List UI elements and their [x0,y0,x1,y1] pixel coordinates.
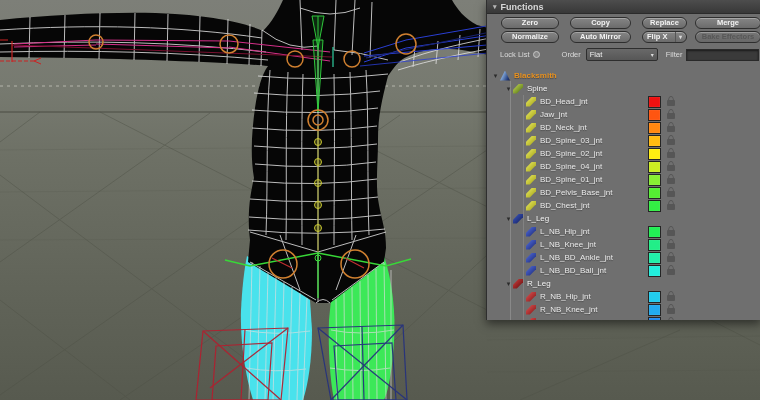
tree-row[interactable]: ▾ BD_Chest_jnt [487,199,760,212]
weight-color-swatch[interactable] [648,265,661,277]
tree-row[interactable]: ▾ BD_Neck_jnt [487,121,760,134]
tree-row[interactable]: ▾ R_NB_Hip_jnt [487,290,760,303]
lock-icon[interactable] [667,230,675,236]
tree-row[interactable]: ▾ BD_Spine_04_jnt [487,160,760,173]
weight-color-swatch[interactable] [648,135,661,147]
lock-icon[interactable] [667,126,675,132]
tree-row-label: BD_Chest_jnt [540,201,589,210]
expand-arrow-icon[interactable]: ▾ [504,85,513,92]
tree-row-label: Blacksmith [514,71,557,80]
lock-icon[interactable] [667,100,675,106]
joint-icon [526,292,536,302]
tree-row[interactable]: ▾ R_NB_BD_Ankle_jnt [487,316,760,320]
tree-row[interactable]: ▾ R_NB_Knee_jnt [487,303,760,316]
weight-color-swatch[interactable] [648,148,661,160]
tree-row[interactable]: ▾ R_Leg [487,277,760,290]
joint-icon [526,123,536,133]
weight-color-swatch[interactable] [648,304,661,316]
tree-row-label: BD_Spine_02_jnt [540,149,602,158]
weight-color-swatch[interactable] [648,317,661,320]
weight-color-swatch[interactable] [648,122,661,134]
tree-row[interactable]: ▾ BD_Pelvis_Base_jnt [487,186,760,199]
joint-icon [526,305,536,315]
joint-icon [526,149,536,159]
weight-color-swatch[interactable] [648,252,661,264]
flip-x-dropdown-button[interactable]: Flip X ▾ [642,31,687,43]
joint-icon [526,318,536,321]
character-object-icon [500,71,510,81]
lock-list-checkbox[interactable] [533,51,540,58]
order-label: Order [562,50,581,59]
weight-color-swatch[interactable] [648,200,661,212]
lock-icon[interactable] [667,113,675,119]
lock-icon[interactable] [667,152,675,158]
tree-row-label: R_NB_Hip_jnt [540,292,591,301]
weight-color-swatch[interactable] [648,109,661,121]
weight-color-swatch[interactable] [648,174,661,186]
lock-icon[interactable] [667,243,675,249]
weight-color-swatch[interactable] [648,226,661,238]
lock-icon[interactable] [667,308,675,314]
joint-icon [526,175,536,185]
auto-mirror-button[interactable]: Auto Mirror [570,31,631,43]
tree-row[interactable]: ▾ BD_Spine_01_jnt [487,173,760,186]
weight-color-swatch[interactable] [648,161,661,173]
normalize-button[interactable]: Normalize [501,31,559,43]
joint-icon [526,227,536,237]
joint-group-icon [513,279,523,289]
tree-row-label: R_NB_Knee_jnt [540,305,597,314]
joint-icon [526,97,536,107]
tree-row[interactable]: ▾ Jaw_jnt [487,108,760,121]
weight-color-swatch[interactable] [648,239,661,251]
order-select[interactable]: Flat ▾ [586,48,658,61]
tree-row-label: Jaw_jnt [540,110,567,119]
expand-arrow-icon[interactable]: ▾ [504,215,513,222]
order-value: Flat [590,50,603,59]
copy-button[interactable]: Copy [570,17,631,29]
tree-row[interactable]: ▾ L_NB_BD_Ball_jnt [487,264,760,277]
functions-title: Functions [501,2,544,12]
joint-icon [526,266,536,276]
lock-icon[interactable] [667,204,675,210]
merge-button[interactable]: Merge [695,17,760,29]
zero-button[interactable]: Zero [501,17,559,29]
tree-row[interactable]: ▾ BD_Head_jnt [487,95,760,108]
tree-row-label: L_NB_BD_Ball_jnt [540,266,606,275]
lock-icon[interactable] [667,295,675,301]
tree-row[interactable]: ▾ BD_Spine_02_jnt [487,147,760,160]
tree-row[interactable]: ▾ L_NB_Knee_jnt [487,238,760,251]
functions-section-header[interactable]: ▾ Functions [487,0,760,14]
tree-row-label: Spine [527,84,547,93]
lock-icon[interactable] [667,165,675,171]
tree-row[interactable]: ▾ L_Leg [487,212,760,225]
weight-color-swatch[interactable] [648,96,661,108]
tree-row-label: BD_Spine_04_jnt [540,162,602,171]
filter-input[interactable] [686,49,759,61]
tree-row[interactable]: ▾ L_NB_BD_Ankle_jnt [487,251,760,264]
tree-row[interactable]: ▾ L_NB_Hip_jnt [487,225,760,238]
lock-icon[interactable] [667,269,675,275]
lock-icon[interactable] [667,256,675,262]
weight-color-swatch[interactable] [648,291,661,303]
tree-row[interactable]: ▾ BD_Spine_03_jnt [487,134,760,147]
lock-icon[interactable] [667,178,675,184]
weight-color-swatch[interactable] [648,187,661,199]
tree-row-label: L_NB_Knee_jnt [540,240,596,249]
lock-icon[interactable] [667,191,675,197]
replace-button[interactable]: Replace [642,17,687,29]
tree-row[interactable]: ▾ Spine [487,82,760,95]
application-window: ▾ Functions Zero Copy Replace Merge Norm… [0,0,760,400]
tree-row-label: BD_Head_jnt [540,97,588,106]
joint-icon [526,162,536,172]
tree-row[interactable]: ▾ Blacksmith [487,69,760,82]
joint-icon [526,110,536,120]
lock-icon[interactable] [667,139,675,145]
tree-row-label: BD_Spine_01_jnt [540,175,602,184]
joint-icon [526,188,536,198]
joint-tree: ▾ Blacksmith ▾ Spine ▾ BD_Head_jnt ▾ Jaw… [487,69,760,320]
tree-row-label: L_NB_BD_Ankle_jnt [540,253,613,262]
expand-arrow-icon[interactable]: ▾ [504,280,513,287]
expand-arrow-icon[interactable]: ▾ [491,72,500,79]
tree-row-label: R_Leg [527,279,551,288]
bake-effectors-button[interactable]: Bake Effectors [695,31,760,43]
